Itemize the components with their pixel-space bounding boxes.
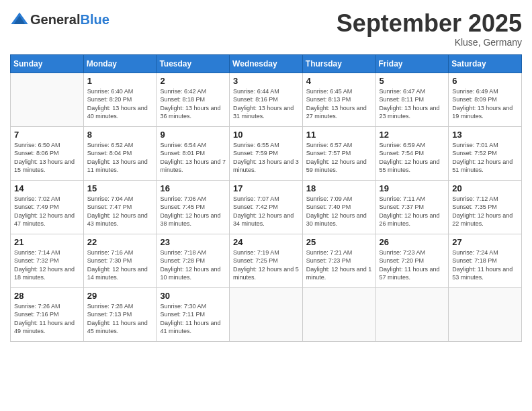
calendar-cell: 5Sunrise: 6:47 AMSunset: 8:11 PMDaylight… bbox=[375, 73, 449, 126]
calendar-cell: 14Sunrise: 7:02 AMSunset: 7:49 PMDayligh… bbox=[11, 180, 84, 234]
header-day-sunday: Sunday bbox=[11, 54, 84, 73]
calendar-cell: 24Sunrise: 7:19 AMSunset: 7:25 PMDayligh… bbox=[230, 234, 303, 287]
calendar-cell: 13Sunrise: 7:01 AMSunset: 7:52 PMDayligh… bbox=[449, 126, 522, 180]
day-number: 20 bbox=[452, 183, 518, 193]
day-number: 1 bbox=[87, 76, 153, 86]
header-day-thursday: Thursday bbox=[302, 54, 375, 73]
day-number: 21 bbox=[14, 237, 80, 247]
day-info: Sunrise: 6:40 AMSunset: 8:20 PMDaylight:… bbox=[87, 87, 153, 121]
calendar-cell: 19Sunrise: 7:11 AMSunset: 7:37 PMDayligh… bbox=[375, 180, 449, 234]
day-info: Sunrise: 7:01 AMSunset: 7:52 PMDaylight:… bbox=[452, 141, 518, 175]
logo-general-text: General bbox=[30, 12, 80, 27]
day-number: 10 bbox=[233, 130, 299, 140]
day-number: 27 bbox=[452, 237, 518, 247]
header-day-tuesday: Tuesday bbox=[157, 54, 230, 73]
day-info: Sunrise: 6:47 AMSunset: 8:11 PMDaylight:… bbox=[380, 87, 445, 121]
day-info: Sunrise: 7:16 AMSunset: 7:30 PMDaylight:… bbox=[87, 248, 153, 282]
day-number: 2 bbox=[160, 76, 226, 86]
calendar-cell: 2Sunrise: 6:42 AMSunset: 8:18 PMDaylight… bbox=[157, 73, 230, 126]
day-info: Sunrise: 6:55 AMSunset: 7:59 PMDaylight:… bbox=[233, 141, 299, 175]
day-info: Sunrise: 7:23 AMSunset: 7:20 PMDaylight:… bbox=[380, 248, 445, 282]
day-info: Sunrise: 6:50 AMSunset: 8:06 PMDaylight:… bbox=[14, 141, 80, 175]
day-number: 28 bbox=[14, 291, 80, 301]
calendar-cell: 22Sunrise: 7:16 AMSunset: 7:30 PMDayligh… bbox=[83, 234, 157, 287]
day-info: Sunrise: 6:54 AMSunset: 8:01 PMDaylight:… bbox=[160, 141, 226, 175]
calendar-cell: 25Sunrise: 7:21 AMSunset: 7:23 PMDayligh… bbox=[302, 234, 375, 287]
calendar-cell: 18Sunrise: 7:09 AMSunset: 7:40 PMDayligh… bbox=[302, 180, 375, 234]
calendar-cell: 10Sunrise: 6:55 AMSunset: 7:59 PMDayligh… bbox=[230, 126, 303, 180]
calendar-table: SundayMondayTuesdayWednesdayThursdayFrid… bbox=[10, 54, 522, 342]
header-day-monday: Monday bbox=[83, 54, 157, 73]
calendar-cell: 21Sunrise: 7:14 AMSunset: 7:32 PMDayligh… bbox=[11, 234, 84, 287]
week-row-3: 14Sunrise: 7:02 AMSunset: 7:49 PMDayligh… bbox=[11, 180, 522, 234]
logo: GeneralBlue bbox=[10, 10, 109, 29]
day-number: 11 bbox=[306, 130, 372, 140]
calendar-cell: 26Sunrise: 7:23 AMSunset: 7:20 PMDayligh… bbox=[375, 234, 449, 287]
day-number: 22 bbox=[87, 237, 153, 247]
day-info: Sunrise: 6:52 AMSunset: 8:04 PMDaylight:… bbox=[87, 141, 153, 175]
day-info: Sunrise: 6:59 AMSunset: 7:54 PMDaylight:… bbox=[380, 141, 445, 175]
day-number: 9 bbox=[160, 130, 226, 140]
day-number: 29 bbox=[87, 291, 153, 301]
day-info: Sunrise: 7:18 AMSunset: 7:28 PMDaylight:… bbox=[160, 248, 226, 282]
header-day-saturday: Saturday bbox=[449, 54, 522, 73]
header-row: SundayMondayTuesdayWednesdayThursdayFrid… bbox=[11, 54, 522, 73]
day-info: Sunrise: 6:57 AMSunset: 7:57 PMDaylight:… bbox=[306, 141, 372, 175]
calendar-cell: 1Sunrise: 6:40 AMSunset: 8:20 PMDaylight… bbox=[83, 73, 157, 126]
day-number: 24 bbox=[233, 237, 299, 247]
calendar-cell: 4Sunrise: 6:45 AMSunset: 8:13 PMDaylight… bbox=[302, 73, 375, 126]
day-info: Sunrise: 7:12 AMSunset: 7:35 PMDaylight:… bbox=[452, 195, 518, 228]
calendar-cell: 16Sunrise: 7:06 AMSunset: 7:45 PMDayligh… bbox=[157, 180, 230, 234]
calendar-cell bbox=[302, 287, 375, 341]
calendar-cell: 30Sunrise: 7:30 AMSunset: 7:11 PMDayligh… bbox=[157, 287, 230, 341]
calendar-cell: 17Sunrise: 7:07 AMSunset: 7:42 PMDayligh… bbox=[230, 180, 303, 234]
header-day-wednesday: Wednesday bbox=[230, 54, 303, 73]
calendar-cell bbox=[11, 73, 84, 126]
day-number: 7 bbox=[14, 130, 80, 140]
calendar-cell: 12Sunrise: 6:59 AMSunset: 7:54 PMDayligh… bbox=[375, 126, 449, 180]
month-title: September 2025 bbox=[337, 10, 522, 37]
day-info: Sunrise: 7:26 AMSunset: 7:16 PMDaylight:… bbox=[14, 302, 80, 336]
calendar-cell: 8Sunrise: 6:52 AMSunset: 8:04 PMDaylight… bbox=[83, 126, 157, 180]
page-header: GeneralBlue September 2025 Kluse, German… bbox=[10, 10, 522, 48]
day-number: 6 bbox=[452, 76, 518, 86]
calendar-cell: 29Sunrise: 7:28 AMSunset: 7:13 PMDayligh… bbox=[83, 287, 157, 341]
day-info: Sunrise: 7:04 AMSunset: 7:47 PMDaylight:… bbox=[87, 195, 153, 228]
calendar-cell: 11Sunrise: 6:57 AMSunset: 7:57 PMDayligh… bbox=[302, 126, 375, 180]
day-info: Sunrise: 7:14 AMSunset: 7:32 PMDaylight:… bbox=[14, 248, 80, 282]
day-number: 16 bbox=[160, 183, 226, 193]
week-row-4: 21Sunrise: 7:14 AMSunset: 7:32 PMDayligh… bbox=[11, 234, 522, 287]
day-info: Sunrise: 6:45 AMSunset: 8:13 PMDaylight:… bbox=[306, 87, 372, 121]
calendar-cell: 28Sunrise: 7:26 AMSunset: 7:16 PMDayligh… bbox=[11, 287, 84, 341]
calendar-cell: 6Sunrise: 6:49 AMSunset: 8:09 PMDaylight… bbox=[449, 73, 522, 126]
day-number: 30 bbox=[160, 291, 226, 301]
calendar-cell bbox=[230, 287, 303, 341]
day-number: 23 bbox=[160, 237, 226, 247]
day-info: Sunrise: 7:24 AMSunset: 7:18 PMDaylight:… bbox=[452, 248, 518, 282]
header-day-friday: Friday bbox=[375, 54, 449, 73]
calendar-cell: 7Sunrise: 6:50 AMSunset: 8:06 PMDaylight… bbox=[11, 126, 84, 180]
day-number: 4 bbox=[306, 76, 372, 86]
location: Kluse, Germany bbox=[337, 37, 522, 48]
day-number: 25 bbox=[306, 237, 372, 247]
day-info: Sunrise: 7:07 AMSunset: 7:42 PMDaylight:… bbox=[233, 195, 299, 228]
day-info: Sunrise: 7:21 AMSunset: 7:23 PMDaylight:… bbox=[306, 248, 372, 282]
day-info: Sunrise: 7:11 AMSunset: 7:37 PMDaylight:… bbox=[380, 195, 445, 228]
calendar-cell: 20Sunrise: 7:12 AMSunset: 7:35 PMDayligh… bbox=[449, 180, 522, 234]
day-info: Sunrise: 7:09 AMSunset: 7:40 PMDaylight:… bbox=[306, 195, 372, 228]
calendar-cell bbox=[449, 287, 522, 341]
calendar-header: SundayMondayTuesdayWednesdayThursdayFrid… bbox=[11, 54, 522, 73]
day-number: 26 bbox=[380, 237, 445, 247]
day-info: Sunrise: 6:49 AMSunset: 8:09 PMDaylight:… bbox=[452, 87, 518, 121]
day-info: Sunrise: 6:44 AMSunset: 8:16 PMDaylight:… bbox=[233, 87, 299, 121]
day-info: Sunrise: 7:06 AMSunset: 7:45 PMDaylight:… bbox=[160, 195, 226, 228]
day-info: Sunrise: 6:42 AMSunset: 8:18 PMDaylight:… bbox=[160, 87, 226, 121]
calendar-cell: 3Sunrise: 6:44 AMSunset: 8:16 PMDaylight… bbox=[230, 73, 303, 126]
calendar-cell: 9Sunrise: 6:54 AMSunset: 8:01 PMDaylight… bbox=[157, 126, 230, 180]
calendar-cell: 27Sunrise: 7:24 AMSunset: 7:18 PMDayligh… bbox=[449, 234, 522, 287]
day-number: 8 bbox=[87, 130, 153, 140]
week-row-5: 28Sunrise: 7:26 AMSunset: 7:16 PMDayligh… bbox=[11, 287, 522, 341]
day-number: 14 bbox=[14, 183, 80, 193]
day-info: Sunrise: 7:30 AMSunset: 7:11 PMDaylight:… bbox=[160, 302, 226, 336]
day-number: 17 bbox=[233, 183, 299, 193]
